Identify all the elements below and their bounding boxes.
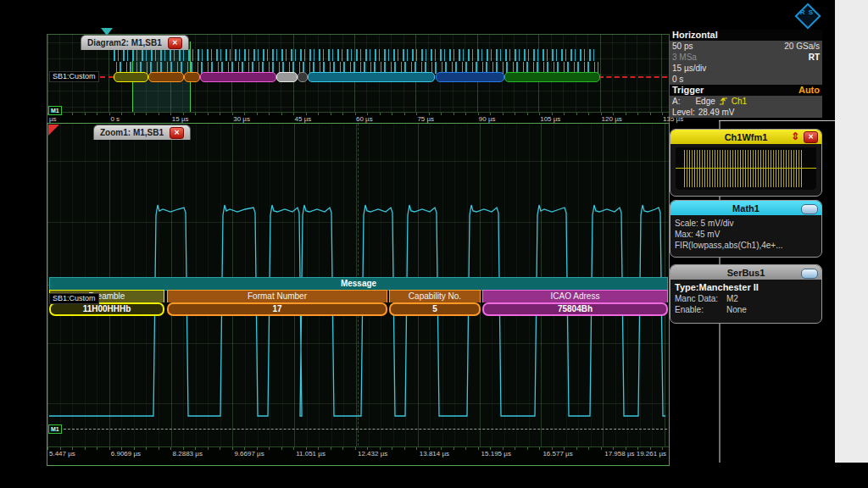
axis-tick-label: 9.6697 µs — [234, 450, 264, 458]
trigger-header[interactable]: Trigger Auto — [670, 85, 822, 96]
serbus-mancdata-value: M2 — [726, 293, 738, 304]
axis-tick-label: µs — [49, 115, 57, 123]
updown-arrows-icon[interactable]: ⇕ — [791, 130, 799, 142]
position-row: 0 s — [670, 74, 822, 85]
resolution-value: 50 ps — [672, 41, 693, 52]
ch1wfm1-header[interactable]: Ch1Wfm1 ⇕ ✕ — [670, 130, 821, 144]
m1-waveform-badge[interactable]: M1 — [48, 106, 62, 115]
rising-edge-icon — [719, 97, 728, 106]
horizontal-title: Horizontal — [672, 30, 718, 41]
axis-tick-label: 15 µs — [172, 115, 189, 123]
toolbar-separator-line — [719, 120, 835, 121]
resolution-row: 50 ps 20 GSa/s — [670, 41, 822, 52]
top-time-axis: µs0 s15 µs30 µs45 µs60 µs75 µs90 µs105 µ… — [47, 112, 669, 124]
axis-tick-label: 13.814 µs — [420, 450, 449, 458]
zoom1-window: Message Preamble11H00HHHbFormat Number17… — [47, 123, 670, 466]
thumbnail-signal-band — [684, 150, 803, 187]
axis-tick-label: 6.9069 µs — [111, 450, 141, 458]
tab-zoom1-label: Zoom1: M1,SB1 — [100, 128, 164, 137]
axis-tick-label: 105 µs — [540, 115, 560, 123]
close-icon[interactable]: ✕ — [170, 127, 184, 139]
decode-field: ICAO Adress75804Bh — [482, 290, 668, 317]
logo-diamond-icon — [794, 3, 821, 29]
bus-segment-cyan — [308, 72, 435, 82]
decode-field-value: 11H00HHHb — [49, 302, 164, 316]
close-icon[interactable]: ✕ — [168, 37, 182, 49]
decode-field-value: 17 — [167, 302, 387, 316]
serbus-type-label: Type: — [675, 282, 699, 292]
trigger-corner-marker — [48, 125, 59, 136]
samplerate-value: 20 GSa/s — [784, 41, 820, 52]
horizontal-trigger-panel: Horizontal 50 ps 20 GSa/s 3 MSa RT 15 µs… — [670, 30, 822, 118]
bus-segment-white — [276, 72, 298, 82]
math1-expression: FIR(lowpass,abs(Ch1),4e+... — [675, 240, 817, 251]
logo-letters: R S — [795, 8, 819, 16]
axis-tick-label: 45 µs — [295, 115, 312, 123]
tab-zoom1[interactable]: Zoom1: M1,SB1 ✕ — [93, 125, 191, 140]
math1-header[interactable]: Math1 — [670, 201, 821, 215]
timebase-value: 15 µs/div — [672, 63, 706, 74]
trigger-level-row: Level: 28.49 mV — [670, 107, 822, 118]
axis-tick-label: 75 µs — [417, 115, 434, 123]
axis-tick-label: 5.447 µs — [49, 450, 75, 458]
bus-segment-orange — [148, 72, 184, 82]
bus-segment-orange — [184, 72, 200, 82]
close-icon[interactable]: ✕ — [804, 131, 818, 143]
axis-tick-label: 17.958 µs — [604, 450, 634, 458]
bus-segment-green — [504, 72, 600, 82]
m1-waveform-badge[interactable]: M1 — [48, 424, 62, 434]
trigger-title: Trigger — [672, 85, 704, 96]
serbus1-title: SerBus1 — [727, 268, 765, 278]
bus-label: SB1:Custom — [49, 293, 99, 304]
bus-decode-strip — [47, 72, 669, 82]
horizontal-header[interactable]: Horizontal — [670, 30, 822, 41]
bus-segment-magenta — [200, 72, 276, 82]
trigger-level-label: Level: — [672, 108, 695, 117]
serbus-mancdata-label: Manc Data: — [675, 293, 724, 304]
axis-tick-label: 0 s — [110, 115, 120, 123]
serbus1-body: Type:Manchester II Manc Data: M2 Enable:… — [670, 280, 821, 318]
trigger-type: Edge — [695, 97, 715, 106]
rohde-schwarz-logo: R S — [795, 3, 819, 27]
trigger-source-row: A: Edge Ch1 — [670, 96, 822, 107]
axis-tick-label: 11.051 µs — [296, 450, 326, 458]
bus-segment-blue — [436, 72, 504, 82]
trigger-mode-badge: Auto — [798, 85, 820, 96]
serbus-enable-value: None — [726, 304, 747, 315]
decode-field-value: 75804Bh — [482, 302, 668, 316]
axis-tick-label: 15.195 µs — [481, 450, 511, 458]
record-length-value: 3 MSa — [672, 52, 697, 63]
oscilloscope-screen: R S SB1:Custom M1 µs0 s15 µs30 µs45 µs60… — [0, 0, 868, 488]
axis-tick-label: 8.2883 µs — [173, 450, 203, 458]
ch1-data-band — [114, 49, 598, 61]
serbus1-header[interactable]: SerBus1 — [670, 265, 821, 280]
ch1-waveform-thumbnail[interactable] — [676, 147, 816, 190]
zoom-time-axis: 5.447 µs6.9069 µs8.2883 µs9.6697 µs11.05… — [47, 446, 669, 465]
serbus-enable-label: Enable: — [675, 304, 724, 315]
axis-tick-label: 120 µs — [602, 115, 622, 123]
page-margin — [835, 0, 868, 463]
trigger-source: Ch1 — [732, 97, 747, 106]
tab-diagram2-label: Diagram2: M1,SB1 — [87, 38, 162, 47]
math1-body: Scale: 5 mV/div Max: 45 mV FIR(lowpass,a… — [670, 215, 821, 253]
minimize-button[interactable] — [801, 204, 818, 214]
ch1wfm1-dialog: Ch1Wfm1 ⇕ ✕ — [670, 129, 822, 197]
timebase-row: 15 µs/div — [670, 63, 822, 74]
bus-label: SB1:Custom — [49, 71, 99, 82]
axis-tick-label: 16.577 µs — [542, 450, 572, 458]
trigger-a-prefix: A: — [672, 97, 680, 106]
serbus-mancdata-row: Manc Data: M2 — [675, 293, 817, 304]
tab-diagram2[interactable]: Diagram2: M1,SB1 ✕ — [81, 35, 189, 50]
axis-tick-label: 60 µs — [356, 115, 373, 123]
math1-title: Math1 — [732, 203, 760, 214]
decode-field-label: ICAO Adress — [482, 290, 668, 302]
trigger-level-value: 28.49 mV — [698, 108, 735, 117]
axis-tick-label: 30 µs — [233, 115, 250, 123]
memory-row: 3 MSa RT — [670, 52, 822, 63]
decode-field-label: Format Number — [167, 290, 387, 302]
position-value: 0 s — [672, 74, 683, 85]
math1-dialog: Math1 Scale: 5 mV/div Max: 45 mV FIR(low… — [670, 200, 822, 258]
minimize-button[interactable] — [801, 269, 818, 279]
m1-offset-line — [59, 429, 667, 430]
math1-scale: Scale: 5 mV/div — [675, 218, 817, 229]
